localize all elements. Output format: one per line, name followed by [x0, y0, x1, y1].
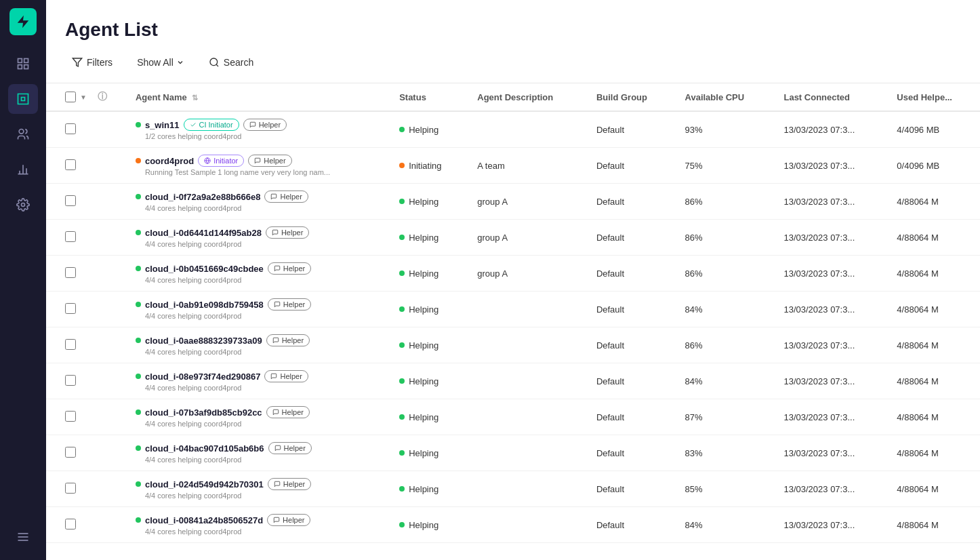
agent-name-link[interactable]: cloud_i-0f72a9a2e88b666e8	[145, 192, 261, 202]
agent-name-content: cloud_i-0b0451669c49cbdee Helper 4/4 cor…	[136, 262, 377, 284]
agent-name-link[interactable]: cloud_i-08e973f74ed290867	[145, 372, 261, 382]
row-cpu-cell: 86%	[674, 220, 773, 256]
row-cpu-cell: 84%	[674, 363, 773, 399]
row-info-cell	[98, 148, 125, 184]
row-cpu-cell: 93%	[674, 111, 773, 148]
row-status-cell: Helping	[388, 327, 466, 363]
sidebar-item-analytics[interactable]	[8, 155, 38, 184]
agent-name-link[interactable]: cloud_i-0d6441d144f95ab28	[145, 228, 262, 238]
svg-rect-4	[24, 65, 28, 69]
agent-name-link[interactable]: cloud_i-0ab91e098db759458	[145, 300, 264, 310]
row-build-group-cell: Default	[586, 220, 674, 256]
page-title: Agent List	[65, 19, 961, 41]
col-header-description: Agent Description	[466, 83, 586, 112]
table-row: cloud_i-024d549d942b70301 Helper 4/4 cor…	[46, 471, 980, 507]
sidebar-item-dashboard[interactable]	[8, 49, 38, 79]
agent-status-dot	[136, 194, 141, 199]
row-checkbox[interactable]	[65, 159, 76, 170]
row-used-helper-cell: 4/88064 M	[886, 363, 980, 399]
select-all-checkbox[interactable]	[65, 92, 76, 102]
row-checkbox[interactable]	[65, 303, 76, 314]
search-button[interactable]: Search	[202, 53, 260, 72]
status-label: Helping	[409, 484, 438, 494]
agent-sub-text: Running Test Sample 1 long name very ver…	[136, 168, 377, 176]
row-description-cell	[466, 435, 586, 471]
row-checkbox[interactable]	[65, 195, 76, 206]
status-content: Helping	[399, 448, 455, 458]
agent-sub-text: 4/4 cores helping coord4prod	[136, 492, 377, 500]
svg-line-16	[216, 64, 218, 66]
row-checkbox[interactable]	[65, 339, 76, 350]
agent-name-link[interactable]: cloud_i-00841a24b8506527d	[145, 515, 263, 525]
agent-name-link[interactable]: s_win11	[145, 120, 180, 130]
badge-helper: Helper	[266, 406, 310, 418]
row-cpu-cell: 84%	[674, 292, 773, 327]
row-used-helper-cell: 4/4096 MB	[886, 111, 980, 148]
status-dot	[399, 127, 405, 132]
agent-status-dot	[136, 158, 141, 163]
agent-name-row: s_win11 CI Initiator Helper	[136, 119, 377, 131]
row-status-cell: Helping	[388, 399, 466, 435]
row-checkbox[interactable]	[65, 231, 76, 242]
agent-name-link[interactable]: coord4prod	[145, 156, 194, 166]
toolbar: Filters Show All Search	[65, 53, 961, 72]
checkbox-dropdown-icon[interactable]: ▼	[80, 94, 87, 101]
agent-sub-text: 1/2 cores helping coord4prod	[136, 132, 377, 140]
row-checkbox[interactable]	[65, 123, 76, 134]
row-status-cell: Helping	[388, 256, 466, 292]
row-status-cell: Helping	[388, 184, 466, 220]
badge-helper: Helper	[268, 442, 312, 454]
row-build-group-cell: Default	[586, 111, 674, 148]
agent-name-link[interactable]: cloud_i-04bac907d105ab6b6	[145, 443, 264, 454]
filters-button[interactable]: Filters	[65, 53, 119, 72]
sidebar-item-more[interactable]	[8, 522, 38, 552]
agent-sub-text: 4/4 cores helping coord4prod	[136, 240, 377, 248]
row-agent-name-cell: cloud_i-04bac907d105ab6b6 Helper 4/4 cor…	[125, 435, 388, 471]
sidebar-item-agents[interactable]	[8, 84, 38, 114]
row-checkbox[interactable]	[65, 267, 76, 278]
row-used-helper-cell: 0/4096 MB	[886, 148, 980, 184]
row-used-helper-cell: 4/88064 M	[886, 292, 980, 327]
agent-name-link[interactable]: cloud_i-0b0451669c49cbdee	[145, 264, 264, 274]
sidebar-item-users[interactable]	[8, 119, 38, 149]
agent-name-link[interactable]: cloud_i-024d549d942b70301	[145, 479, 264, 489]
badge-helper: Helper	[266, 226, 309, 239]
row-checkbox[interactable]	[65, 483, 76, 494]
badge-helper: Helper	[268, 298, 311, 311]
row-used-helper-cell: 4/88064 M	[886, 399, 980, 435]
agent-status-dot	[136, 302, 141, 307]
agent-name-link[interactable]: cloud_i-0aae8883239733a09	[145, 336, 262, 346]
agent-name-content: s_win11 CI Initiator Helper 1/2 cores he…	[136, 119, 377, 140]
col-header-info: ⓘ	[98, 83, 125, 112]
row-cpu-cell: 86%	[674, 256, 773, 292]
agent-status-dot	[136, 409, 141, 415]
agent-name-link[interactable]: cloud_i-07b3af9db85cb92cc	[145, 407, 262, 418]
row-description-cell	[466, 507, 586, 543]
row-checkbox[interactable]	[65, 411, 76, 422]
sidebar-item-settings[interactable]	[8, 190, 38, 220]
row-agent-name-cell: cloud_i-08e973f74ed290867 Helper 4/4 cor…	[125, 363, 388, 399]
row-used-helper-cell: 4/88064 M	[886, 471, 980, 507]
row-checkbox[interactable]	[65, 519, 76, 529]
col-header-agent-name[interactable]: Agent Name ⇅	[125, 83, 388, 112]
agent-name-row: cloud_i-0b0451669c49cbdee Helper	[136, 262, 377, 275]
row-info-cell	[98, 111, 125, 148]
row-build-group-cell: Default	[586, 363, 674, 399]
col-header-used-helper: Used Helpe...	[886, 83, 980, 112]
badge-helper: Helper	[268, 478, 311, 490]
row-cpu-cell: 85%	[674, 471, 773, 507]
row-used-helper-cell: 4/88064 M	[886, 220, 980, 256]
row-checkbox[interactable]	[65, 447, 76, 458]
show-all-button[interactable]: Show All	[130, 53, 191, 72]
row-agent-name-cell: coord4prod Initiator Helper Running Test…	[125, 148, 388, 184]
row-checkbox[interactable]	[65, 375, 76, 386]
status-dot	[399, 414, 405, 420]
table-row: cloud_i-0d6441d144f95ab28 Helper 4/4 cor…	[46, 220, 980, 256]
info-icon[interactable]: ⓘ	[98, 91, 107, 102]
row-cpu-cell: 86%	[674, 327, 773, 363]
row-checkbox-cell	[46, 292, 98, 327]
table-row: cloud_i-0aae8883239733a09 Helper 4/4 cor…	[46, 327, 980, 363]
status-label: Helping	[409, 197, 438, 207]
status-dot	[399, 271, 405, 276]
row-build-group-cell: Default	[586, 471, 674, 507]
